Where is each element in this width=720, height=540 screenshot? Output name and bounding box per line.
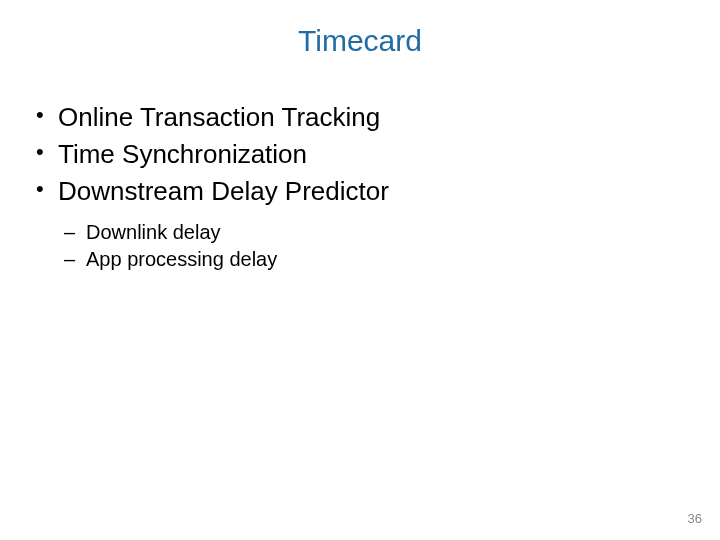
bullet-item: Time Synchronization [32, 137, 690, 172]
main-bullet-list: Online Transaction Tracking Time Synchro… [32, 100, 690, 209]
bullet-item: Online Transaction Tracking [32, 100, 690, 135]
slide-container: Timecard Online Transaction Tracking Tim… [0, 0, 720, 540]
sub-bullet-item: Downlink delay [64, 219, 690, 246]
sub-bullet-item: App processing delay [64, 246, 690, 273]
page-number: 36 [688, 511, 702, 526]
bullet-item: Downstream Delay Predictor [32, 174, 690, 209]
slide-title: Timecard [30, 24, 690, 58]
sub-bullet-list: Downlink delay App processing delay [64, 219, 690, 273]
